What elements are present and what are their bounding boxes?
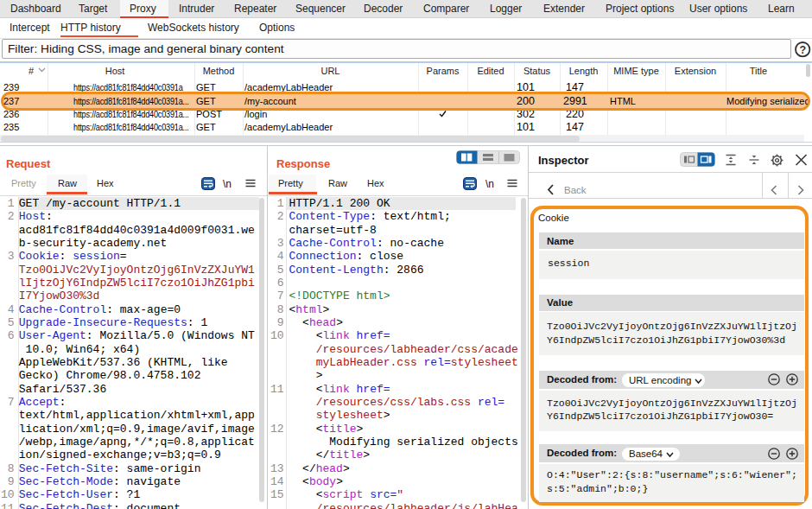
- svg-text:?: ?: [799, 44, 806, 56]
